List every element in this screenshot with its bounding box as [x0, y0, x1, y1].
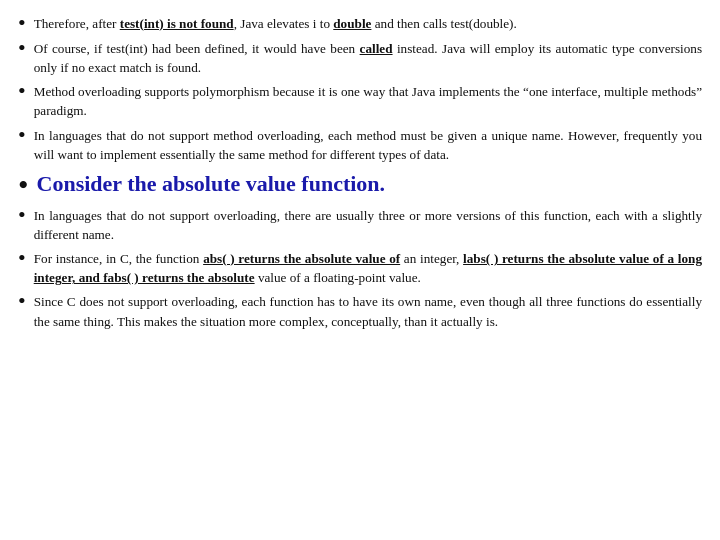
item-text: Of course, if test(int) had been defined…	[34, 39, 702, 77]
list-item: •Since C does not support overloading, e…	[18, 292, 702, 330]
list-item: •For instance, in C, the function abs( )…	[18, 249, 702, 287]
bullet-icon: •	[18, 37, 26, 59]
list-item: •In languages that do not support overlo…	[18, 206, 702, 244]
slide-title	[18, 0, 702, 4]
item-text: Since C does not support overloading, ea…	[34, 292, 702, 330]
item-text: In languages that do not support method …	[34, 126, 702, 164]
list-item: •Therefore, after test(int) is not found…	[18, 14, 702, 34]
top-bullet-list: •Therefore, after test(int) is not found…	[18, 14, 702, 164]
bottom-bullet-list: •In languages that do not support overlo…	[18, 206, 702, 331]
bullet-icon: •	[18, 80, 26, 102]
bullet-icon: •	[18, 12, 26, 34]
highlight-text: Consider the absolute value function.	[37, 170, 386, 199]
item-text: For instance, in C, the function abs( ) …	[34, 249, 702, 287]
item-text: Method overloading supports polymorphism…	[34, 82, 702, 120]
list-item: •Method overloading supports polymorphis…	[18, 82, 702, 120]
bullet-icon: •	[18, 290, 26, 312]
list-item: •Of course, if test(int) had been define…	[18, 39, 702, 77]
highlight-item: • Consider the absolute value function.	[18, 170, 702, 200]
item-text: In languages that do not support overloa…	[34, 206, 702, 244]
bullet-icon: •	[18, 204, 26, 226]
list-item: •In languages that do not support method…	[18, 126, 702, 164]
slide-page: •Therefore, after test(int) is not found…	[0, 0, 720, 540]
highlight-bullet: •	[18, 170, 29, 200]
item-text: Therefore, after test(int) is not found,…	[34, 14, 702, 33]
bullet-icon: •	[18, 247, 26, 269]
bullet-icon: •	[18, 124, 26, 146]
